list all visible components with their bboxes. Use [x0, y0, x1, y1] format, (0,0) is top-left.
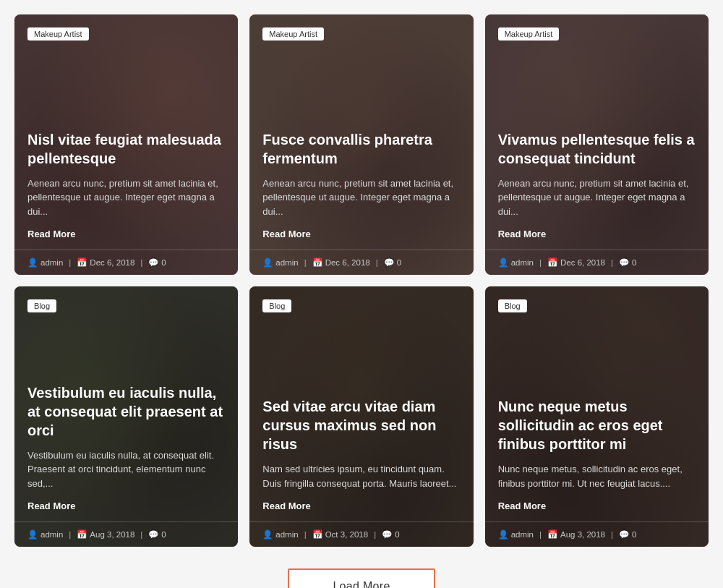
card-footer: 👤 admin | 📅 Dec 6, 2018 | 💬 0: [249, 250, 473, 275]
card-date: 📅 Dec 6, 2018: [77, 257, 134, 268]
card-tag: Makeup Artist: [498, 27, 560, 41]
card-6: Blog Nunc neque metus sollicitudin ac er…: [485, 286, 709, 547]
comment-icon: 💬: [384, 257, 394, 268]
card-author: 👤 admin: [498, 257, 534, 268]
card-title: Vestibulum eu iaculis nulla, at consequa…: [27, 383, 225, 440]
comment-icon: 💬: [619, 529, 629, 540]
card-content: Makeup Artist Fusce convallis pharetra f…: [249, 14, 473, 250]
user-icon: 👤: [498, 257, 508, 268]
card-excerpt: Nunc neque metus, sollicitudin ac eros e…: [498, 462, 696, 490]
card-read-more[interactable]: Read More: [498, 500, 696, 511]
card-title: Nisl vitae feugiat malesuada pellentesqu…: [27, 130, 225, 168]
card-excerpt: Vestibulum eu iaculis nulla, at consequa…: [27, 448, 225, 491]
card-tag: Makeup Artist: [27, 27, 89, 41]
card-date: 📅 Dec 6, 2018: [312, 257, 370, 268]
card-excerpt: Aenean arcu nunc, pretium sit amet lacin…: [27, 176, 225, 219]
comment-icon: 💬: [382, 529, 392, 540]
card-title: Vivamus pellentesque felis a consequat t…: [498, 130, 696, 168]
card-tag: Blog: [262, 299, 291, 312]
card-read-more[interactable]: Read More: [27, 500, 225, 511]
comment-icon: 💬: [148, 529, 158, 540]
card-tag: Makeup Artist: [262, 27, 324, 41]
card-excerpt: Aenean arcu nunc, pretium sit amet lacin…: [262, 176, 460, 219]
user-icon: 👤: [27, 529, 38, 540]
card-content: Makeup Artist Nisl vitae feugiat malesua…: [14, 14, 238, 250]
card-2: Makeup Artist Fusce convallis pharetra f…: [249, 14, 473, 275]
user-icon: 👤: [498, 529, 508, 540]
card-title: Nunc neque metus sollicitudin ac eros eg…: [498, 397, 696, 453]
card-content: Blog Sed vitae arcu vitae diam cursus ma…: [249, 286, 473, 521]
card-read-more[interactable]: Read More: [27, 229, 225, 239]
card-author: 👤 admin: [262, 257, 298, 268]
calendar-icon: 📅: [547, 529, 557, 540]
user-icon: 👤: [27, 257, 38, 268]
card-read-more[interactable]: Read More: [262, 500, 460, 511]
load-more-button[interactable]: Load More: [288, 568, 435, 588]
card-author: 👤 admin: [262, 529, 298, 540]
calendar-icon: 📅: [77, 257, 87, 268]
card-3: Makeup Artist Vivamus pellentesque felis…: [485, 14, 709, 275]
card-author: 👤 admin: [27, 257, 63, 268]
blog-grid: Makeup Artist Nisl vitae feugiat malesua…: [14, 14, 709, 547]
card-excerpt: Nam sed ultricies ipsum, eu tincidunt qu…: [262, 462, 460, 490]
calendar-icon: 📅: [312, 257, 322, 268]
card-date: 📅 Dec 6, 2018: [547, 257, 605, 268]
card-excerpt: Aenean arcu nunc, pretium sit amet lacin…: [498, 176, 696, 219]
card-content: Makeup Artist Vivamus pellentesque felis…: [485, 14, 709, 250]
card-tag: Blog: [498, 299, 527, 312]
card-footer: 👤 admin | 📅 Oct 3, 2018 | 💬 0: [249, 521, 473, 547]
card-date: 📅 Oct 3, 2018: [312, 529, 368, 540]
card-read-more[interactable]: Read More: [498, 229, 696, 239]
card-tag: Blog: [27, 299, 56, 312]
card-4: Blog Vestibulum eu iaculis nulla, at con…: [14, 286, 238, 547]
user-icon: 👤: [262, 257, 273, 268]
card-footer: 👤 admin | 📅 Dec 6, 2018 | 💬 0: [485, 250, 709, 275]
calendar-icon: 📅: [547, 257, 557, 268]
card-5: Blog Sed vitae arcu vitae diam cursus ma…: [249, 286, 473, 547]
card-author: 👤 admin: [27, 529, 63, 540]
card-comments: 💬 0: [384, 257, 401, 268]
calendar-icon: 📅: [77, 529, 87, 540]
card-date: 📅 Aug 3, 2018: [547, 529, 605, 540]
card-comments: 💬 0: [148, 529, 166, 540]
comment-icon: 💬: [619, 257, 629, 268]
card-footer: 👤 admin | 📅 Dec 6, 2018 | 💬 0: [14, 250, 238, 275]
card-comments: 💬 0: [148, 257, 166, 268]
load-more-container: Load More: [14, 568, 709, 588]
card-comments: 💬 0: [382, 529, 399, 540]
user-icon: 👤: [262, 529, 273, 540]
card-footer: 👤 admin | 📅 Aug 3, 2018 | 💬 0: [14, 521, 238, 547]
card-title: Fusce convallis pharetra fermentum: [262, 130, 460, 168]
card-content: Blog Vestibulum eu iaculis nulla, at con…: [14, 286, 238, 521]
card-title: Sed vitae arcu vitae diam cursus maximus…: [262, 397, 460, 453]
card-comments: 💬 0: [619, 257, 636, 268]
card-read-more[interactable]: Read More: [262, 229, 460, 239]
calendar-icon: 📅: [312, 529, 322, 540]
card-author: 👤 admin: [498, 529, 534, 540]
card-date: 📅 Aug 3, 2018: [77, 529, 134, 540]
comment-icon: 💬: [148, 257, 158, 268]
card-footer: 👤 admin | 📅 Aug 3, 2018 | 💬 0: [485, 521, 709, 547]
card-content: Blog Nunc neque metus sollicitudin ac er…: [485, 286, 709, 521]
card-1: Makeup Artist Nisl vitae feugiat malesua…: [14, 14, 238, 275]
card-comments: 💬 0: [619, 529, 636, 540]
